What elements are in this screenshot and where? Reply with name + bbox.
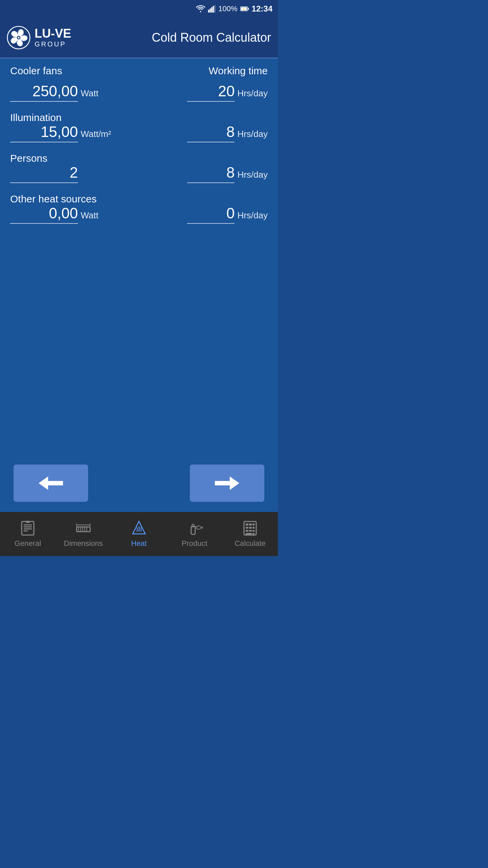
svg-text:⚡: ⚡ xyxy=(242,8,245,11)
other-heat-inputs: Watt Hrs/day xyxy=(10,205,268,224)
logo-sub: GROUP xyxy=(35,40,71,48)
illumination-inputs: Watt/m² Hrs/day xyxy=(10,123,268,142)
back-arrow-icon xyxy=(37,473,64,493)
svg-rect-36 xyxy=(249,524,252,526)
persons-input[interactable] xyxy=(10,164,78,183)
svg-rect-1 xyxy=(210,8,211,13)
cooler-fans-row: Cooler fans Working time Watt Hrs/day xyxy=(10,65,268,102)
svg-rect-19 xyxy=(26,521,30,523)
cooler-fans-label: Cooler fans xyxy=(10,65,62,77)
svg-rect-45 xyxy=(252,533,255,535)
illumination-input[interactable] xyxy=(10,123,78,142)
svg-rect-35 xyxy=(246,524,248,526)
cooler-fans-working-unit: Hrs/day xyxy=(237,88,268,99)
other-heat-row: Other heat sources Watt Hrs/day xyxy=(10,193,268,224)
svg-rect-30 xyxy=(191,526,195,534)
calculate-icon xyxy=(242,520,258,536)
illumination-working-group: Hrs/day xyxy=(144,123,268,142)
tab-product[interactable]: Product xyxy=(167,512,222,556)
main-content: Cooler fans Working time Watt Hrs/day Il… xyxy=(0,58,278,454)
persons-working-input[interactable] xyxy=(187,164,235,183)
tab-calculate[interactable]: Calculate xyxy=(222,512,278,556)
app-title: Cold Room Calculator xyxy=(71,31,271,45)
svg-rect-40 xyxy=(252,527,255,529)
illumination-label: Illumination xyxy=(10,112,62,123)
other-heat-input[interactable] xyxy=(10,205,78,224)
illumination-working-unit: Hrs/day xyxy=(237,129,268,139)
dimensions-tab-label: Dimensions xyxy=(64,539,103,548)
other-heat-working-unit: Hrs/day xyxy=(237,210,268,221)
svg-rect-0 xyxy=(208,10,209,13)
svg-rect-41 xyxy=(246,530,248,532)
illumination-working-input[interactable] xyxy=(187,123,235,142)
other-heat-working-input[interactable] xyxy=(187,205,235,224)
persons-value-group xyxy=(10,164,134,183)
svg-rect-44 xyxy=(246,533,252,535)
time-display: 12:34 xyxy=(252,4,272,14)
logo-area: LU-VE GROUP xyxy=(7,26,71,50)
cooler-fans-input[interactable] xyxy=(10,83,78,102)
app-header: LU-VE GROUP Cold Room Calculator xyxy=(0,18,278,58)
other-heat-label: Other heat sources xyxy=(10,193,97,204)
product-icon xyxy=(186,520,203,536)
tab-general[interactable]: General xyxy=(0,512,56,556)
tab-bar: General Dimensions Heat xyxy=(0,512,278,556)
logo-main: LU-VE xyxy=(35,27,71,40)
svg-rect-43 xyxy=(252,530,255,532)
persons-label: Persons xyxy=(10,153,47,164)
battery-icon: ⚡ xyxy=(240,5,249,13)
other-heat-working-group: Hrs/day xyxy=(144,205,268,224)
luve-logo-icon xyxy=(7,26,30,50)
svg-marker-12 xyxy=(39,476,63,490)
svg-point-33 xyxy=(197,527,198,528)
svg-rect-42 xyxy=(249,530,252,532)
other-heat-value-group: Watt xyxy=(10,205,134,224)
illumination-unit: Watt/m² xyxy=(81,129,111,139)
persons-inputs: Hrs/day xyxy=(10,164,268,183)
general-icon xyxy=(20,520,36,536)
calculate-tab-label: Calculate xyxy=(235,539,266,548)
forward-button[interactable] xyxy=(190,465,264,502)
svg-rect-38 xyxy=(246,527,248,529)
svg-rect-6 xyxy=(248,8,249,10)
persons-working-group: Hrs/day xyxy=(144,164,268,183)
forward-arrow-icon xyxy=(214,473,241,493)
nav-buttons-area xyxy=(0,454,278,512)
cooler-fans-unit: Watt xyxy=(81,88,98,99)
svg-rect-37 xyxy=(252,524,255,526)
wifi-icon xyxy=(196,5,205,13)
back-button[interactable] xyxy=(14,465,88,502)
product-tab-label: Product xyxy=(182,539,207,548)
status-icons: 100% ⚡ 12:34 xyxy=(196,4,272,14)
tab-dimensions[interactable]: Dimensions xyxy=(56,512,111,556)
cooler-fans-working-group: Hrs/day xyxy=(144,83,268,102)
tab-heat[interactable]: Heat xyxy=(111,512,167,556)
battery-text: 100% xyxy=(218,4,237,13)
svg-marker-13 xyxy=(215,476,239,490)
cooler-fans-working-input[interactable] xyxy=(187,83,235,102)
heat-icon xyxy=(131,520,147,536)
cooler-fans-inputs: Watt Hrs/day xyxy=(10,83,268,102)
svg-point-32 xyxy=(196,526,201,529)
dimensions-icon xyxy=(75,520,92,536)
heat-tab-label: Heat xyxy=(131,539,147,548)
svg-rect-4 xyxy=(215,5,216,13)
svg-rect-14 xyxy=(22,521,34,535)
status-bar: 100% ⚡ 12:34 xyxy=(0,0,278,18)
logo-text-area: LU-VE GROUP xyxy=(35,27,71,48)
persons-working-unit: Hrs/day xyxy=(237,170,268,180)
svg-rect-39 xyxy=(249,527,252,529)
svg-rect-2 xyxy=(211,7,212,13)
svg-point-11 xyxy=(18,37,19,38)
persons-row: Persons Hrs/day xyxy=(10,153,268,183)
svg-rect-3 xyxy=(213,6,214,13)
general-tab-label: General xyxy=(15,539,41,548)
signal-icon xyxy=(208,5,216,13)
illumination-value-group: Watt/m² xyxy=(10,123,134,142)
working-time-label: Working time xyxy=(209,65,268,77)
illumination-row: Illumination Watt/m² Hrs/day xyxy=(10,112,268,142)
cooler-fans-value-group: Watt xyxy=(10,83,134,102)
other-heat-unit: Watt xyxy=(81,210,98,221)
